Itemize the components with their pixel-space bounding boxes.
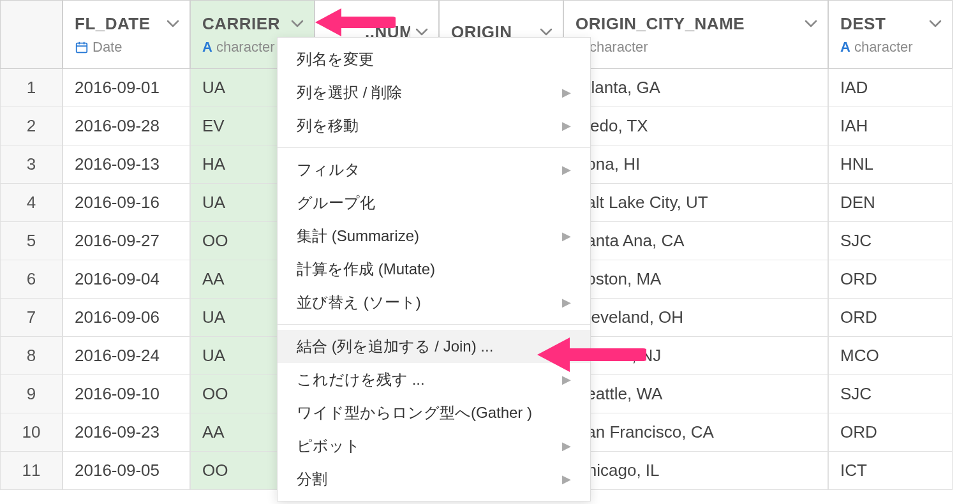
row-number: 11 <box>0 452 63 490</box>
cell-dest[interactable]: ORD <box>828 413 953 452</box>
menu-label: 分割 <box>297 469 327 489</box>
cell-fl-date[interactable]: 2016-09-01 <box>63 69 190 107</box>
row-number: 1 <box>0 69 63 107</box>
menu-item-group[interactable]: グループ化 <box>278 186 590 219</box>
column-name: ORIGIN_CITY_NAME <box>575 14 745 34</box>
submenu-arrow-icon: ▶ <box>562 439 571 453</box>
submenu-arrow-icon: ▶ <box>562 163 571 177</box>
cell-fl-date[interactable]: 2016-09-28 <box>63 107 190 145</box>
menu-label: 結合 (列を追加する / Join) ... <box>297 336 493 357</box>
cell-fl-date[interactable]: 2016-09-27 <box>63 222 190 260</box>
text-type-icon: A <box>840 39 850 56</box>
cell-origin-city[interactable]: Kona, HI <box>563 145 828 184</box>
menu-item-summarize[interactable]: 集計 (Summarize) ▶ <box>278 219 590 253</box>
cell-fl-date[interactable]: 2016-09-16 <box>63 184 190 222</box>
cell-origin-city[interactable]: aredo, TX <box>563 107 828 145</box>
menu-label: 列名を変更 <box>297 49 374 70</box>
annotation-arrow-join <box>535 334 646 376</box>
cell-dest[interactable]: DEN <box>828 184 953 222</box>
row-number: 2 <box>0 107 63 145</box>
menu-item-mutate[interactable]: 計算を作成 (Mutate) <box>278 253 590 286</box>
submenu-arrow-icon: ▶ <box>562 85 571 100</box>
menu-item-select-delete[interactable]: 列を選択 / 削除 ▶ <box>278 76 590 109</box>
menu-item-pivot[interactable]: ピボット ▶ <box>278 429 590 463</box>
cell-origin-city[interactable]: San Francisco, CA <box>563 413 828 452</box>
menu-label: ピボット <box>297 436 360 456</box>
menu-label: フィルタ <box>297 159 360 180</box>
cell-fl-date[interactable]: 2016-09-06 <box>63 299 190 337</box>
column-header-origin-city[interactable]: ORIGIN_CITY_NAME A character <box>563 0 828 69</box>
column-context-menu: 列名を変更 列を選択 / 削除 ▶ 列を移動 ▶ フィルタ ▶ グループ化 集計… <box>277 37 591 501</box>
menu-label: これだけを残す ... <box>297 369 425 390</box>
row-number: 4 <box>0 184 63 222</box>
row-number: 3 <box>0 145 63 184</box>
cell-fl-date[interactable]: 2016-09-13 <box>63 145 190 184</box>
submenu-arrow-icon: ▶ <box>562 472 571 486</box>
column-name: FL_DATE <box>75 14 151 34</box>
menu-item-move[interactable]: 列を移動 ▶ <box>278 109 590 142</box>
column-type: character <box>216 39 275 56</box>
row-number: 6 <box>0 260 63 299</box>
row-number: 8 <box>0 337 63 375</box>
submenu-arrow-icon: ▶ <box>562 295 571 309</box>
cell-dest[interactable]: MCO <box>828 337 953 375</box>
row-number: 5 <box>0 222 63 260</box>
cell-origin-city[interactable]: Atlanta, GA <box>563 69 828 107</box>
cell-origin-city[interactable]: Salt Lake City, UT <box>563 184 828 222</box>
menu-label: 列を選択 / 削除 <box>297 82 402 103</box>
column-name: DEST <box>840 14 886 34</box>
cell-dest[interactable]: ICT <box>828 452 953 490</box>
menu-label: 列を移動 <box>297 115 359 136</box>
text-type-icon: A <box>202 39 212 56</box>
cell-dest[interactable]: ORD <box>828 260 953 299</box>
menu-label: ワイド型からロング型へ(Gather ) <box>297 403 532 423</box>
menu-label: グループ化 <box>297 193 375 213</box>
cell-dest[interactable]: IAH <box>828 107 953 145</box>
cell-dest[interactable]: SJC <box>828 375 953 413</box>
cell-origin-city[interactable]: Cleveland, OH <box>563 299 828 337</box>
submenu-arrow-icon: ▶ <box>562 119 571 133</box>
menu-item-split[interactable]: 分割 ▶ <box>278 463 590 496</box>
header-cell-rownum <box>0 0 63 69</box>
menu-label: 計算を作成 (Mutate) <box>297 259 435 279</box>
column-type: Date <box>93 39 122 56</box>
menu-separator <box>278 147 590 148</box>
chevron-down-icon[interactable] <box>805 17 817 31</box>
chevron-down-icon[interactable] <box>291 17 304 31</box>
chevron-down-icon[interactable] <box>929 17 942 31</box>
cell-origin-city[interactable]: Boston, MA <box>563 260 828 299</box>
svg-rect-0 <box>77 43 87 52</box>
cell-fl-date[interactable]: 2016-09-24 <box>63 337 190 375</box>
cell-dest[interactable]: SJC <box>828 222 953 260</box>
column-name: CARRIER <box>202 14 280 34</box>
chevron-down-icon[interactable] <box>167 17 179 31</box>
column-type: character <box>590 39 648 56</box>
cell-fl-date[interactable]: 2016-09-10 <box>63 375 190 413</box>
row-number: 7 <box>0 299 63 337</box>
cell-origin-city[interactable]: Chicago, IL <box>563 452 828 490</box>
menu-separator <box>278 324 590 325</box>
submenu-arrow-icon: ▶ <box>562 229 571 243</box>
cell-dest[interactable]: IAD <box>828 69 953 107</box>
menu-label: 並び替え (ソート) <box>297 292 421 313</box>
column-header-dest[interactable]: DEST A character <box>828 0 953 69</box>
column-header-fl-date[interactable]: FL_DATE Date <box>63 0 190 69</box>
menu-item-rename[interactable]: 列名を変更 <box>278 43 590 76</box>
column-type: character <box>854 39 913 56</box>
menu-label: 集計 (Summarize) <box>297 226 419 246</box>
calendar-icon <box>75 40 89 54</box>
annotation-arrow-top <box>313 3 396 41</box>
cell-fl-date[interactable]: 2016-09-05 <box>63 452 190 490</box>
cell-dest[interactable]: ORD <box>828 299 953 337</box>
cell-fl-date[interactable]: 2016-09-04 <box>63 260 190 299</box>
menu-item-filter[interactable]: フィルタ ▶ <box>278 153 590 186</box>
cell-dest[interactable]: HNL <box>828 145 953 184</box>
cell-origin-city[interactable]: Santa Ana, CA <box>563 222 828 260</box>
menu-item-gather[interactable]: ワイド型からロング型へ(Gather ) <box>278 396 590 429</box>
cell-origin-city[interactable]: Seattle, WA <box>563 375 828 413</box>
row-number: 10 <box>0 413 63 452</box>
menu-item-sort[interactable]: 並び替え (ソート) ▶ <box>278 286 590 319</box>
cell-fl-date[interactable]: 2016-09-23 <box>63 413 190 452</box>
row-number: 9 <box>0 375 63 413</box>
